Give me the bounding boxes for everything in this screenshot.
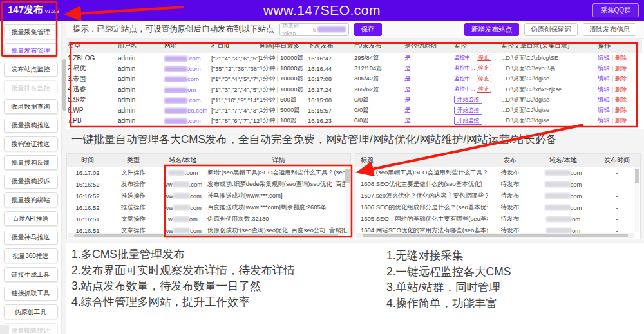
edit-link[interactable]: 编辑 [598, 106, 610, 113]
feature-item: 4.操作简单，功能丰富 [386, 295, 511, 311]
sidebar-item-label: 批量发布管理 [12, 46, 50, 55]
site-url-link[interactable]: eo.com [164, 107, 211, 114]
site-url-suffix: .com [187, 97, 201, 104]
site-url-link[interactable]: com [164, 75, 211, 82]
monitor-directory: ...D:\桌面\CJ\dg\se [501, 116, 598, 125]
redacted-domain [546, 216, 572, 222]
sidebar-item[interactable]: 批量搜狗推送 [4, 118, 58, 133]
site-url-link[interactable]: om [164, 86, 211, 93]
save-button[interactable]: 保存 [354, 23, 382, 36]
delete-link[interactable]: 删除 [615, 64, 627, 71]
clear-publish-info-button[interactable]: 清除发布信息 [583, 23, 636, 36]
start-monitor-button[interactable]: 开始监控 [454, 107, 482, 115]
delete-link[interactable]: 删除 [615, 106, 627, 113]
site-url-link[interactable]: .com [164, 97, 211, 104]
monitor-directory: ...D:\桌面\CJ\eyou\易 [501, 64, 598, 73]
sidebar-item[interactable]: 批量神马推送 [4, 230, 58, 245]
sidebar-item[interactable]: 搜狗验证推送 [4, 136, 58, 151]
pending-vscroll-thumb[interactable] [635, 169, 639, 183]
redacted-domain [164, 118, 187, 124]
delete-link[interactable]: 删除 [615, 86, 627, 93]
start-monitor-button[interactable]: 开始监控 [454, 96, 482, 104]
site-next-publish: 16:16:44 [308, 65, 354, 72]
edit-link[interactable]: 编辑 [598, 116, 610, 124]
site-interval: 1分钟 | 10000篇 [260, 86, 308, 94]
sidebar-item[interactable]: 批量搜狗绑站 [4, 192, 58, 207]
sidebar-item-label: 批量360推送 [12, 252, 49, 261]
site-url-link[interactable]: .com [164, 65, 211, 72]
log-time: 16:16:52 [67, 204, 108, 211]
site-published-count: 0/0篇 [354, 106, 404, 115]
pending-horizontal-scrollbar[interactable] [356, 233, 634, 238]
sidebar-item[interactable]: 批量采集管理 [4, 24, 58, 39]
sidebar-item[interactable]: 百度API推送 [4, 211, 58, 226]
feature-item: 3.站点发布数量，待发布数量一目了然 [71, 278, 295, 294]
sidebar: 批量采集管理批量发布管理发布站点监控批量排名监控收录数据查询批量搜狗推送搜狗验证… [0, 21, 61, 334]
sidebar-item[interactable]: 批量发布管理 [4, 43, 58, 58]
domain-suffix: com [571, 181, 582, 188]
pending-hscroll-thumb[interactable] [363, 234, 628, 237]
monitor-cell: 监控中...停止 开始监控 [454, 96, 501, 104]
col-pseudo: 是否伪原创 [404, 41, 454, 50]
edit-link[interactable]: 编辑 [598, 96, 610, 103]
log-domain: .com [158, 169, 207, 176]
sidebar-item[interactable]: 伪原创工具 [4, 304, 58, 319]
pseudo-keep-words-button[interactable]: 伪原创保留词 [524, 23, 578, 36]
site-column-ids: ["11","10","9","14","... [211, 97, 260, 104]
log-row: 16:17:02 文件操作 .com 新增:(seo黑帽工具)SEO会运用到些什… [67, 167, 350, 178]
sidebar-item[interactable]: 批量搜狗反馈 [4, 155, 58, 170]
monitor-directory: ...D:\桌面\CJ\xr\xr-zjxse [501, 86, 598, 94]
log-horizontal-scrollbar[interactable] [68, 233, 345, 238]
site-table-row: 7.PB admin .com ["5","8","6","7","12"] 1… [66, 116, 642, 126]
sidebar-item[interactable]: 链接抓取工具 [4, 286, 58, 301]
pending-vertical-scrollbar[interactable] [635, 167, 639, 232]
redacted-domain [173, 181, 189, 187]
log-vscroll-thumb[interactable] [345, 169, 350, 183]
site-column-ids: ["35","2","36","38","... [211, 65, 260, 72]
site-interval: 1分钟 | 5000篇 [260, 106, 308, 115]
sidebar-item[interactable]: 批量搜狗投诉 [4, 174, 58, 189]
sidebar-item-label: 伪原创工具 [15, 308, 47, 317]
pending-title: 1607.seo怎么优化？优化的内容主要包括哪些？？？(seo基本优化) [355, 192, 488, 200]
site-table-body: 1.ZBLOG admin .com ["2","4","3","6","5"]… [66, 53, 642, 126]
site-username: admin [118, 55, 164, 62]
sidebar-item-label: 搜狗验证推送 [12, 140, 50, 149]
stop-button[interactable]: 停止 [477, 64, 491, 71]
log-hscroll-thumb[interactable] [74, 234, 338, 237]
delete-link[interactable]: 删除 [615, 54, 627, 61]
delete-link[interactable]: 删除 [615, 75, 627, 82]
add-site-button[interactable]: 新增发布站点 [464, 23, 519, 36]
stop-button[interactable]: 停止 [477, 75, 491, 82]
qq-group-button[interactable]: 采集QQ群 [592, 3, 639, 17]
delete-link[interactable]: 删除 [615, 96, 627, 103]
start-monitor-button[interactable]: 开始监控 [454, 117, 482, 125]
stop-button[interactable]: 停止 [477, 54, 491, 60]
sidebar-item[interactable]: 批量360推送 [4, 248, 58, 263]
edit-link[interactable]: 编辑 [598, 75, 610, 82]
log-domain: wwcom [158, 192, 207, 199]
col-columnid: 栏目id [211, 41, 260, 50]
col-detail: 详情 [207, 156, 350, 165]
site-table-row: 5.织梦 admin .com ["11","10","9","14","...… [66, 95, 642, 105]
edit-link[interactable]: 编辑 [598, 64, 610, 71]
col-interval: 间隔|单日最多 [260, 41, 308, 50]
site-url-suffix: .com [187, 117, 201, 124]
pending-status: 待发布 [488, 203, 533, 212]
sidebar-item[interactable]: 收录数据查询 [4, 99, 58, 114]
col-time: 时间 [67, 156, 108, 165]
edit-link[interactable]: 编辑 [598, 54, 610, 61]
token-input[interactable]: 伪原创token 6 [279, 23, 349, 36]
edit-link[interactable]: 编辑 [598, 86, 610, 93]
sidebar-item-label: 批量搜狗投诉 [12, 177, 50, 186]
log-vertical-scrollbar[interactable] [345, 167, 350, 232]
sidebar-item[interactable]: 发布站点监控 [4, 62, 58, 77]
site-url-link[interactable]: .com [164, 117, 211, 124]
site-url-link[interactable]: .com [164, 55, 211, 62]
delete-link[interactable]: 删除 [615, 116, 627, 124]
sidebar-item[interactable]: 链接生成工具 [4, 267, 58, 282]
monitor-directory: ...D:\桌面\CJ\dg\se [501, 75, 598, 83]
stop-button[interactable]: 停止 [477, 86, 491, 92]
site-published-count: 265/62篇 [354, 86, 404, 94]
monitor-running-label: 监控中... [454, 54, 475, 60]
pending-row: 1605.SEO：网站的基础优化主要有哪些(seo基本优化) 待发布 om - [355, 213, 640, 225]
